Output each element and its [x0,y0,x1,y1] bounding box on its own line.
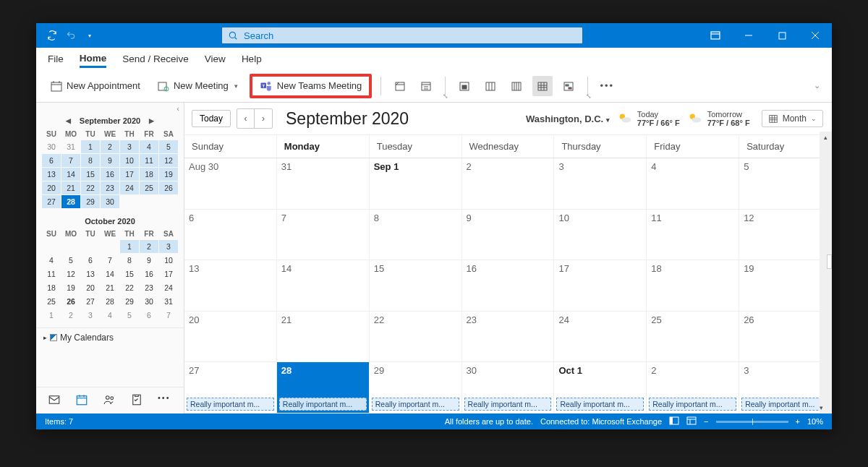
mini-day[interactable]: 2 [140,240,158,253]
event-chip[interactable]: Really important m... [556,398,644,411]
new-teams-meeting-button[interactable]: T New Teams Meeting [250,74,373,98]
mini-day[interactable]: 30 [42,140,61,153]
weather-today[interactable]: Today77°F / 66° F [617,110,680,127]
mini-day[interactable]: 4 [101,309,119,322]
day-cell[interactable]: 26 [739,312,832,363]
event-chip[interactable]: Really important m... [464,398,552,411]
day-cell[interactable]: 4 [647,158,739,210]
mini-day[interactable]: 6 [42,154,61,167]
mini-day[interactable]: 3 [159,240,178,253]
event-chip[interactable]: Really important m... [741,398,829,411]
tasks-icon[interactable] [130,393,143,408]
mini-day[interactable]: 24 [120,181,139,194]
tab-view[interactable]: View [205,51,226,67]
event-chip[interactable]: Really important m... [279,398,367,411]
mini-day[interactable]: 2 [101,140,119,153]
mini-day[interactable] [159,195,178,208]
mini-day[interactable]: 30 [140,295,158,308]
mini-cal-grid[interactable]: SUMOTUWETHFRSA12345678910111213141516171… [42,228,178,322]
mini-day[interactable]: 26 [159,181,178,194]
mini-day[interactable]: 7 [159,309,178,322]
next-period-button[interactable]: › [255,109,272,128]
day-cell[interactable]: 3 [554,158,647,210]
mini-day[interactable]: 8 [81,154,100,167]
day-cell[interactable]: 7 [277,210,370,261]
mini-day[interactable]: 15 [120,267,139,280]
mini-day[interactable] [81,240,100,253]
ribbon-display-options-icon[interactable] [699,23,732,48]
mini-day[interactable]: 26 [61,295,80,308]
mini-day[interactable]: 5 [159,140,178,153]
mini-day[interactable]: 13 [42,168,61,181]
mini-day[interactable] [42,240,61,253]
undo-icon[interactable] [65,30,77,41]
day-cell[interactable]: 11 [647,210,739,261]
month-view-button[interactable] [532,76,553,96]
day-cell[interactable]: 15 [370,260,462,312]
day-cell[interactable]: 31 [277,158,370,210]
mini-day[interactable]: 19 [159,168,178,181]
goto-dialog-launcher[interactable]: ⤡ [443,93,448,100]
event-chip[interactable]: Really important m... [372,398,459,411]
mini-day[interactable]: 31 [159,295,178,308]
mini-day[interactable]: 2 [61,309,80,322]
zoom-in-icon[interactable]: + [796,417,800,426]
day-cell[interactable]: 18 [647,260,739,312]
week-view-button[interactable] [506,76,527,96]
mini-day[interactable]: 5 [61,254,80,267]
day-cell[interactable]: 2 [462,158,555,210]
mini-day[interactable]: 9 [101,154,119,167]
day-cell[interactable]: 17 [554,260,647,312]
mini-day[interactable]: 23 [101,181,119,194]
day-cell[interactable]: 23 [462,312,555,363]
more-nav-icon[interactable]: ••• [158,393,171,408]
day-cell[interactable]: 2Really important m... [647,362,739,414]
mini-day[interactable]: 25 [42,295,61,308]
month-grid[interactable]: Aug 3031Sep 1234567891011121314151617181… [184,158,832,414]
view-reading-icon[interactable] [686,416,697,427]
search-input[interactable]: Search [221,27,583,44]
my-calendars-row[interactable]: ▸ My Calendars [36,327,184,347]
mini-day[interactable]: 29 [120,295,139,308]
mini-day[interactable]: 15 [81,168,100,181]
day-cell[interactable]: 3Really important m... [739,362,832,414]
event-chip[interactable]: Really important m... [649,398,736,411]
mini-day[interactable]: 4 [42,254,61,267]
day-cell[interactable]: 28Really important m... [277,362,370,414]
mini-day[interactable]: 3 [81,309,100,322]
mini-day[interactable]: 7 [61,154,80,167]
mini-day[interactable]: 12 [61,267,80,280]
mini-day[interactable]: 13 [81,267,100,280]
weather-location[interactable]: Washington, D.C. ▾ [526,113,610,124]
mini-day[interactable]: 21 [101,281,119,294]
mini-day[interactable]: 3 [120,140,139,153]
people-icon[interactable] [103,393,116,408]
mini-day[interactable]: 19 [61,281,80,294]
day-cell[interactable]: 24 [554,312,647,363]
mini-day[interactable]: 27 [81,295,100,308]
close-button[interactable] [799,23,832,48]
day-cell[interactable]: 30Really important m... [462,362,555,414]
scrollbar[interactable]: ▴ ▾ [820,132,832,414]
schedule-view-button[interactable] [558,76,579,96]
mini-day[interactable]: 25 [140,181,158,194]
collapse-ribbon-icon[interactable]: ⌄ [814,81,823,90]
minimize-button[interactable] [732,23,765,48]
mini-day[interactable]: 10 [120,154,139,167]
day-cell[interactable]: Aug 30 [184,158,277,210]
maximize-button[interactable] [765,23,799,48]
mini-day[interactable]: 31 [61,140,80,153]
event-chip[interactable]: Really important m... [187,398,274,411]
more-commands-button[interactable]: ••• [597,76,617,96]
arrange-dialog-launcher[interactable]: ⤡ [586,93,592,100]
work-week-view-button[interactable] [480,76,501,96]
mini-day[interactable]: 7 [101,254,119,267]
mini-day[interactable]: 17 [159,267,178,280]
mini-day[interactable]: 30 [101,195,119,208]
day-cell[interactable]: 8 [370,210,462,261]
tab-file[interactable]: File [48,51,64,67]
mini-day[interactable]: 16 [101,168,119,181]
day-cell[interactable]: 29Really important m... [370,362,462,414]
zoom-out-icon[interactable]: − [704,417,708,426]
mini-day[interactable]: 4 [140,140,158,153]
